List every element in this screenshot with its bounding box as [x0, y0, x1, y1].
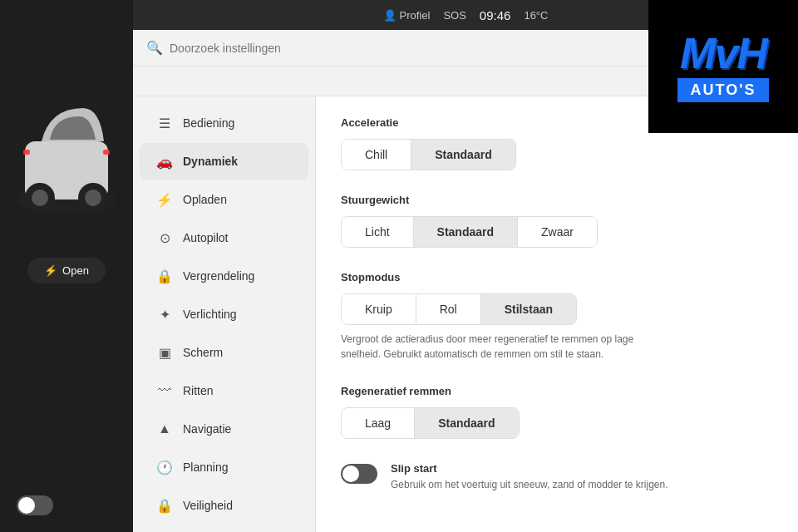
sidebar-item-label: Vergrendeling	[183, 269, 254, 283]
regeneratief-options: Laag Standaard	[341, 407, 520, 439]
sidebar-item-ritten[interactable]: 〰 Ritten	[140, 372, 308, 409]
sidebar-item-label: Opladen	[183, 193, 227, 206]
slip-start-title: Slip start	[391, 462, 668, 475]
stopmodus-rol-btn[interactable]: Rol	[416, 294, 481, 324]
dynamiek-icon: 🚗	[156, 153, 173, 170]
search-icon: 🔍	[146, 40, 163, 56]
content-area: ☰ Bediening 🚗 Dynamiek ⚡ Opladen ⊙ Autop…	[133, 96, 798, 532]
autopilot-icon: ⊙	[156, 229, 173, 246]
left-panel: ⚡ Open	[0, 0, 133, 532]
bottom-toggle	[17, 495, 53, 515]
stuurgewicht-zwaar-btn[interactable]: Zwaar	[518, 217, 597, 247]
sidebar-item-verlichting[interactable]: ✦ Verlichting	[140, 296, 308, 332]
sidebar-item-scherm[interactable]: ▣ Scherm	[140, 334, 308, 371]
sidebar-item-service[interactable]: 🔧 Service	[140, 525, 308, 532]
sidebar-item-label: Planning	[183, 461, 229, 474]
toggle-switch[interactable]	[17, 495, 53, 515]
slip-start-text: Slip start Gebruik om het voertuig uit s…	[391, 462, 668, 492]
sidebar-item-label: Scherm	[183, 346, 223, 359]
stopmodus-description: Vergroot de actieradius door meer regene…	[341, 332, 673, 362]
sidebar-item-label: Navigatie	[183, 422, 231, 436]
open-button[interactable]: ⚡ Open	[27, 258, 106, 283]
sidebar-item-autopilot[interactable]: ⊙ Autopilot	[140, 219, 308, 256]
stuurgewicht-licht-btn[interactable]: Licht	[342, 217, 414, 247]
sidebar-item-label: Veiligheid	[183, 499, 233, 512]
opladen-icon: ⚡	[156, 191, 173, 208]
main-content: Acceleratie Chill Standaard Stuurgewicht…	[316, 96, 798, 532]
profile-status: 👤 Profiel	[383, 9, 431, 22]
stopmodus-kruip-btn[interactable]: Kruip	[342, 294, 416, 324]
sidebar-item-navigatie[interactable]: ▲ Navigatie	[140, 411, 308, 447]
lightning-icon: ⚡	[44, 264, 57, 277]
sos-status: SOS	[443, 9, 466, 22]
verlichting-icon: ✦	[156, 306, 173, 323]
planning-icon: 🕐	[156, 459, 173, 475]
stopmodus-title: Stopmodus	[341, 271, 773, 283]
person-icon: 👤	[383, 9, 397, 22]
svg-point-5	[85, 190, 101, 206]
svg-point-3	[32, 190, 48, 206]
mvh-logo: MvH AUTO'S	[648, 0, 798, 133]
regeneratief-standaard-btn[interactable]: Standaard	[415, 408, 518, 438]
stuurgewicht-title: Stuurgewicht	[341, 194, 773, 206]
slip-start-toggle[interactable]	[341, 464, 377, 484]
autos-badge: AUTO'S	[677, 78, 770, 102]
acceleratie-chill-btn[interactable]: Chill	[342, 140, 411, 170]
acceleratie-options: Chill Standaard	[341, 139, 516, 170]
acceleratie-standaard-btn[interactable]: Standaard	[411, 140, 515, 170]
temp-display: 16°C	[524, 9, 548, 22]
vergrendeling-icon: 🔒	[156, 268, 173, 284]
stopmodus-stilstaan-btn[interactable]: Stilstaan	[481, 294, 576, 324]
stuurgewicht-standaard-btn[interactable]: Standaard	[414, 217, 518, 247]
slip-start-description: Gebruik om het voertuig uit sneeuw, zand…	[391, 478, 668, 492]
sidebar-item-bediening[interactable]: ☰ Bediening	[140, 105, 308, 141]
nav-sidebar: ☰ Bediening 🚗 Dynamiek ⚡ Opladen ⊙ Autop…	[133, 96, 316, 532]
sidebar-item-planning[interactable]: 🕐 Planning	[140, 449, 308, 485]
ritten-icon: 〰	[156, 382, 173, 399]
time-display: 09:46	[480, 8, 511, 22]
stuurgewicht-section: Stuurgewicht Licht Standaard Zwaar	[341, 194, 773, 248]
mvh-brand-text: MvH	[680, 32, 766, 75]
sidebar-item-label: Bediening	[183, 116, 234, 130]
svg-rect-7	[103, 150, 110, 155]
regeneratief-title: Regeneratief remmen	[341, 385, 773, 397]
regeneratief-section: Regeneratief remmen Laag Standaard	[341, 385, 773, 439]
stopmodus-options: Kruip Rol Stilstaan	[341, 293, 577, 325]
sidebar-item-veiligheid[interactable]: 🔒 Veiligheid	[140, 487, 308, 524]
sidebar-item-label: Autopilot	[183, 231, 228, 244]
scherm-icon: ▣	[156, 344, 173, 361]
sidebar-item-label: Dynamiek	[183, 155, 238, 168]
sidebar-item-vergrendeling[interactable]: 🔒 Vergrendeling	[140, 258, 308, 294]
regeneratief-laag-btn[interactable]: Laag	[342, 408, 415, 438]
sidebar-item-dynamiek[interactable]: 🚗 Dynamiek	[140, 143, 308, 180]
sidebar-item-label: Ritten	[183, 384, 214, 397]
navigatie-icon: ▲	[156, 421, 173, 437]
bediening-icon: ☰	[156, 115, 173, 131]
svg-rect-6	[23, 150, 30, 155]
slip-start-section: Slip start Gebruik om het voertuig uit s…	[341, 462, 773, 492]
sidebar-item-opladen[interactable]: ⚡ Opladen	[140, 181, 308, 218]
sidebar-item-label: Verlichting	[183, 308, 237, 321]
stopmodus-section: Stopmodus Kruip Rol Stilstaan Vergroot d…	[341, 271, 773, 362]
veiligheid-icon: 🔒	[156, 497, 173, 514]
car-image	[8, 66, 125, 249]
stuurgewicht-options: Licht Standaard Zwaar	[341, 216, 598, 248]
